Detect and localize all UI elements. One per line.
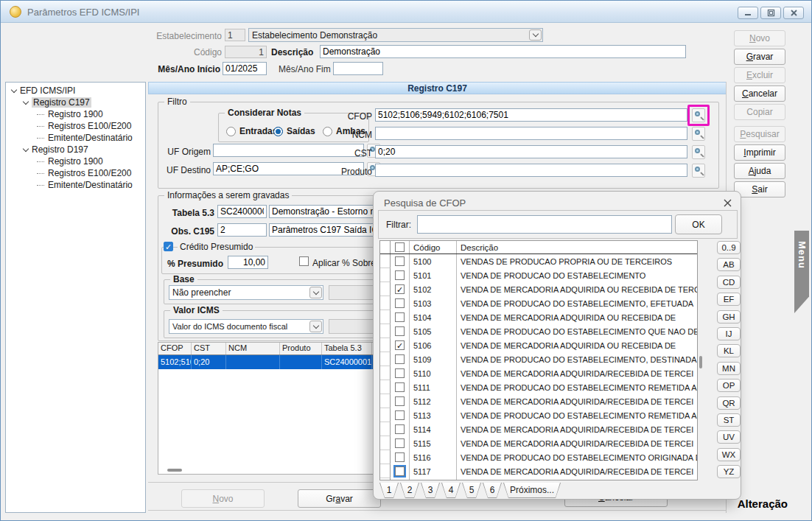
mes-ano-fim-field[interactable] <box>333 62 383 75</box>
checkbox-unchecked[interactable] <box>395 410 405 420</box>
filtrar-input[interactable] <box>417 215 672 234</box>
index-button-09[interactable]: 0..9 <box>717 241 741 254</box>
page-tab-4[interactable]: 4 <box>441 483 461 498</box>
checkbox-unchecked[interactable] <box>395 438 405 448</box>
index-button-WX[interactable]: WX <box>717 448 741 461</box>
maximize-button[interactable] <box>760 7 781 19</box>
checkbox-unchecked[interactable] <box>395 368 405 378</box>
cst-search-button[interactable] <box>692 145 705 159</box>
cfop-row-5102[interactable]: ✓5102VENDA DE MERCADORIA ADQUIRIDA OU RE… <box>380 282 697 296</box>
gravar-button-bottom[interactable]: Gravar <box>298 489 381 508</box>
produto-search-button[interactable] <box>692 164 705 178</box>
imprimir-button[interactable]: Imprimir <box>734 144 785 161</box>
index-button-GH[interactable]: GH <box>717 310 741 324</box>
cancelar-button[interactable]: Cancelar <box>734 85 785 102</box>
cfop-row-5115[interactable]: 5115VENDA DE MERCADORIA ADQUIRIDA/RECEBI… <box>380 436 697 450</box>
index-button-QR[interactable]: QR <box>717 396 741 410</box>
tree-item-registro-1900[interactable]: Registro 1900 <box>6 108 145 120</box>
select-all-checkbox[interactable] <box>395 242 405 252</box>
checkbox-unchecked[interactable] <box>395 424 405 434</box>
checkbox-unchecked[interactable] <box>395 466 405 476</box>
index-button-KL[interactable]: KL <box>717 344 741 357</box>
cfop-row-5110[interactable]: 5110VENDA DE MERCADORIA ADQUIRIDA/RECEBI… <box>380 366 697 380</box>
cst-field[interactable] <box>375 145 687 158</box>
tabela53-code-field[interactable] <box>217 205 267 218</box>
grid-column-header[interactable]: Tabela 5.3 <box>322 343 372 354</box>
sair-button[interactable]: Sair <box>734 181 785 197</box>
obs-c195-code-field[interactable] <box>217 223 267 237</box>
tree-item-registros-e100-e200[interactable]: Registros E100/E200 <box>6 167 145 179</box>
index-button-AB[interactable]: AB <box>717 258 741 271</box>
cfop-row-5117[interactable]: 5117VENDA DE MERCADORIA ADQUIRIDA/RECEBI… <box>380 464 697 478</box>
cfop-row-5103[interactable]: 5103VENDA DE PRODUCAO DO ESTABELECIMENTO… <box>380 296 697 310</box>
produto-field[interactable] <box>375 164 687 177</box>
excluir-button[interactable]: Excluir <box>734 67 785 83</box>
checkbox-unchecked[interactable] <box>395 354 405 364</box>
valor-icms-combo[interactable]: Valor do ICMS documento fiscal <box>169 319 323 334</box>
checkbox-unchecked[interactable] <box>395 326 405 336</box>
page-tab-3[interactable]: 3 <box>421 483 440 498</box>
index-button-YZ[interactable]: YZ <box>717 465 741 478</box>
novo-button[interactable]: Novo <box>734 30 785 46</box>
tree-item-registro-d197[interactable]: Registro D197 <box>6 144 145 155</box>
page-tab-Prximos[interactable]: Próximos... <box>503 483 561 498</box>
novo-button-bottom[interactable]: Novo <box>181 489 265 508</box>
grid-column-header[interactable]: CFOP <box>158 343 192 354</box>
ncm-search-button[interactable] <box>692 127 705 141</box>
estabelecimento-combo[interactable]: Estabelecimento Demonstração <box>248 28 543 42</box>
mes-ano-inicio-field[interactable] <box>223 62 267 75</box>
index-button-EF[interactable]: EF <box>717 293 741 306</box>
tree-item-efd-icms-ipi[interactable]: EFD ICMS/IPI <box>6 85 145 97</box>
radio-saidas[interactable]: Saídas <box>273 126 315 136</box>
cfop-row-5101[interactable]: 5101VENDA DE PRODUCAO DO ESTABELECIMENTO <box>380 268 697 282</box>
tree-item-registros-e100-e200[interactable]: Registros E100/E200 <box>6 120 145 132</box>
aplicar-sobre-base-checkbox[interactable] <box>299 256 309 266</box>
cfop-row-5104[interactable]: 5104VENDA DE MERCADORIA ADQUIRIDA OU REC… <box>380 310 697 324</box>
ok-button[interactable]: OK <box>675 214 722 234</box>
cfop-row-5106[interactable]: ✓5106VENDA DE MERCADORIA ADQUIRIDA OU RE… <box>380 338 697 352</box>
ajuda-button[interactable]: Ajuda <box>734 163 785 179</box>
index-button-ST[interactable]: ST <box>717 413 741 427</box>
ncm-field[interactable] <box>375 127 687 140</box>
checkbox-unchecked[interactable] <box>395 270 405 280</box>
tree-item-emitente-destinat-rio[interactable]: Emitente/Destinatário <box>6 179 145 191</box>
base-combo[interactable]: Não preencher <box>169 285 323 300</box>
dialog-close-button[interactable] <box>718 196 736 210</box>
cfop-row-5116[interactable]: 5116VENDA DE PRODUCAO DO ESTABELECIMENTO… <box>380 450 697 464</box>
checkbox-checked[interactable]: ✓ <box>395 284 405 294</box>
menu-tab[interactable]: Menu <box>794 231 809 313</box>
checkbox-unchecked[interactable] <box>395 312 405 322</box>
cfop-row-5109[interactable]: 5109VENDA DE PRODUCAO DO ESTABELECIMENTO… <box>380 352 697 366</box>
checkbox-unchecked[interactable] <box>395 396 405 406</box>
cfop-field[interactable] <box>375 108 687 122</box>
index-button-MN[interactable]: MN <box>717 362 741 375</box>
pct-presumido-field[interactable] <box>228 256 268 269</box>
page-tab-1[interactable]: 1 <box>379 483 399 498</box>
cfop-row-5105[interactable]: 5105VENDA DE PRODUCAO DO ESTABELECIMENTO… <box>380 324 697 338</box>
checkbox-unchecked[interactable] <box>395 382 405 392</box>
index-button-OP[interactable]: OP <box>717 379 741 392</box>
descricao-field[interactable] <box>320 45 686 58</box>
base-combo-arrow[interactable] <box>309 287 322 298</box>
descricao-column-header[interactable]: Descrição <box>457 243 697 252</box>
cfop-row-5112[interactable]: 5112VENDA DE MERCADORIA ADQUIRIDA/RECEBI… <box>380 394 697 408</box>
checkbox-checked[interactable]: ✓ <box>395 340 405 350</box>
grid-hscrollbar-thumb[interactable] <box>167 469 182 472</box>
cfop-row-5118[interactable]: 5118VENDA DE PRODUCAO DO ESTABELECIMENTO… <box>380 478 697 480</box>
estabelecimento-combo-arrow[interactable] <box>529 29 542 41</box>
codigo-column-header[interactable]: Código <box>410 241 457 253</box>
tree-item-registro-c197[interactable]: Registro C197 <box>6 97 145 108</box>
gravar-button[interactable]: Gravar <box>734 49 785 65</box>
grid-column-header[interactable]: CST <box>192 343 226 354</box>
checkbox-unchecked[interactable] <box>395 298 405 308</box>
close-button[interactable] <box>783 7 804 19</box>
cfop-list-vscrollbar-thumb[interactable] <box>699 356 702 368</box>
radio-entradas[interactable]: Entradas <box>226 126 277 136</box>
codigo-field[interactable] <box>225 46 267 58</box>
index-button-IJ[interactable]: IJ <box>717 327 741 340</box>
pesquisar-button[interactable]: Pesquisar <box>734 126 785 142</box>
page-tab-5[interactable]: 5 <box>462 483 481 498</box>
credito-presumido-checkbox[interactable]: ✓ <box>164 242 173 251</box>
page-tab-2[interactable]: 2 <box>400 483 419 498</box>
index-button-UV[interactable]: UV <box>717 430 741 444</box>
